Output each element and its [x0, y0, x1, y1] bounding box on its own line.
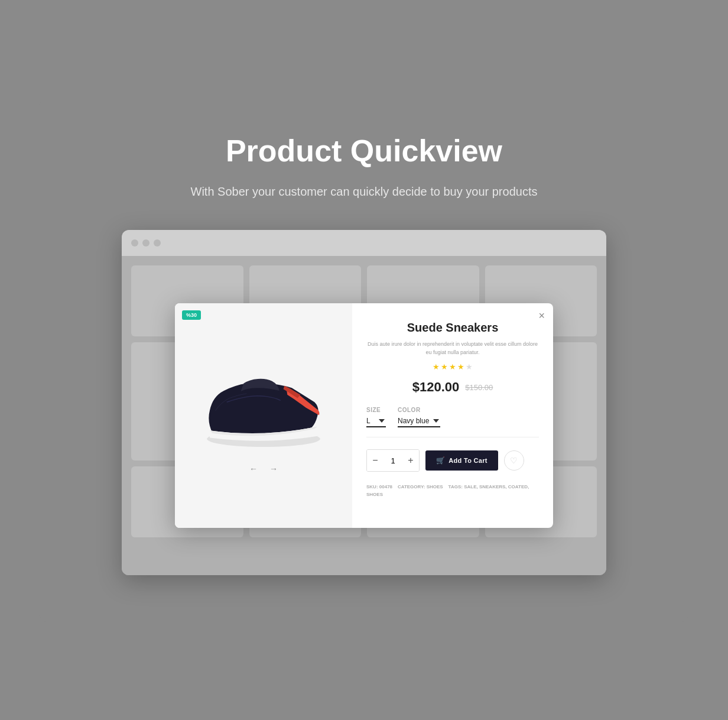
color-option-group: Color Navy blue Red Black White	[398, 407, 440, 427]
modal-overlay: × %30	[122, 256, 606, 575]
star-3: ★	[449, 362, 456, 371]
page-subtitle: With Sober your customer can quickly dec…	[191, 183, 538, 200]
star-4: ★	[457, 362, 464, 371]
size-label: Size	[366, 407, 386, 413]
star-5: ★	[466, 362, 473, 371]
modal-close-button[interactable]: ×	[538, 310, 545, 321]
modal-image-side: %30	[175, 303, 352, 528]
category-label: CATEGORY:	[398, 484, 425, 489]
add-to-cart-label: Add To Cart	[448, 457, 487, 464]
price-current: $120.00	[412, 380, 460, 395]
quantity-input[interactable]: 1	[384, 456, 402, 465]
product-image	[196, 358, 332, 452]
size-option-group: Size L S M XL	[366, 407, 386, 427]
sku-value: 00478	[379, 484, 392, 489]
add-to-cart-row: − 1 + 🛒 Add To Cart ♡	[366, 449, 539, 472]
product-description: Duis aute irure dolor in reprehenderit i…	[366, 340, 539, 356]
page-title: Product Quickview	[226, 133, 502, 168]
quantity-decrease-button[interactable]: −	[367, 450, 384, 471]
product-options: Size L S M XL Color	[366, 407, 539, 437]
size-select[interactable]: L S M XL	[366, 416, 386, 427]
heart-icon: ♡	[510, 456, 518, 465]
category-value: SHOES	[427, 484, 443, 489]
quantity-increase-button[interactable]: +	[402, 450, 419, 471]
color-select[interactable]: Navy blue Red Black White	[398, 416, 440, 427]
product-name: Suede Sneakers	[366, 321, 539, 335]
browser-dot-red	[131, 239, 138, 247]
cart-icon: 🛒	[436, 456, 445, 465]
browser-mockup: × %30	[122, 230, 606, 575]
star-1: ★	[433, 362, 440, 371]
browser-content: × %30	[122, 256, 606, 575]
browser-titlebar	[122, 230, 606, 256]
browser-dots	[131, 239, 161, 247]
product-meta: SKU: 00478 CATEGORY: SHOES TAGS: SALE, S…	[366, 484, 539, 499]
image-nav: ← →	[249, 464, 278, 473]
browser-dot-green	[154, 239, 161, 247]
quantity-control: − 1 +	[366, 449, 420, 472]
page-wrapper: Product Quickview With Sober your custom…	[39, 98, 689, 622]
price-row: $120.00 $150.00	[366, 380, 539, 395]
browser-dot-yellow	[142, 239, 150, 247]
modal-info-side: Suede Sneakers Duis aute irure dolor in …	[352, 303, 553, 528]
price-original: $150.00	[465, 383, 493, 392]
quickview-modal: × %30	[175, 303, 553, 528]
sku-label: SKU:	[366, 484, 378, 489]
prev-arrow[interactable]: ←	[249, 464, 258, 473]
star-rating: ★ ★ ★ ★ ★	[366, 362, 539, 371]
tags-label: TAGS:	[448, 484, 463, 489]
add-to-cart-button[interactable]: 🛒 Add To Cart	[425, 450, 498, 471]
star-2: ★	[441, 362, 448, 371]
next-arrow[interactable]: →	[269, 464, 278, 473]
wishlist-button[interactable]: ♡	[504, 450, 524, 471]
sale-badge: %30	[182, 310, 201, 320]
color-label: Color	[398, 407, 440, 413]
